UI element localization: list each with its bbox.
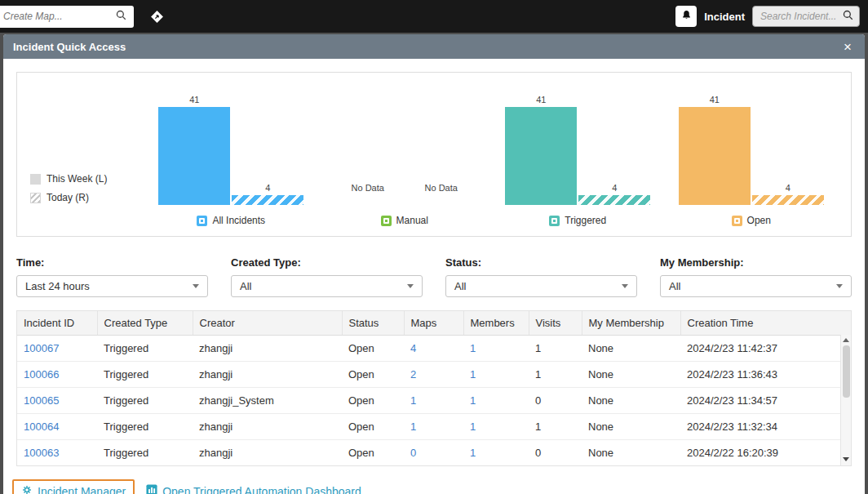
bell-icon <box>680 9 693 24</box>
cell-status: Open <box>342 362 404 388</box>
chart-group-all-incidents: 41 4 <box>144 82 318 205</box>
maps-link[interactable]: 4 <box>410 342 416 354</box>
col-created-type: Created Type <box>97 311 193 336</box>
status-select[interactable]: All <box>445 275 637 297</box>
chevron-down-icon <box>407 284 414 288</box>
incident-id-link[interactable]: 100065 <box>24 394 59 407</box>
create-map-input[interactable] <box>3 11 115 22</box>
modal-header: Incident Quick Access × <box>3 34 865 59</box>
bar-today <box>405 195 477 205</box>
cell-my-membership: None <box>582 414 680 440</box>
incident-search-input[interactable] <box>760 11 842 22</box>
category-manual: Manual <box>318 215 492 226</box>
members-link[interactable]: 1 <box>470 447 476 459</box>
created-type-select[interactable]: All <box>231 275 423 297</box>
filter-bar: Time: Last 24 hours Created Type: All St… <box>16 256 852 297</box>
chevron-down-icon <box>622 284 628 288</box>
cell-created-type: Triggered <box>97 440 193 466</box>
created-type-select-value: All <box>240 280 251 292</box>
category-label: Triggered <box>565 215 606 226</box>
chevron-down-icon <box>836 284 843 288</box>
bar-value: 4 <box>612 183 617 193</box>
incident-button-label: Incident <box>704 11 745 23</box>
cell-my-membership: None <box>582 440 680 466</box>
legend-today: Today (R) <box>30 192 144 203</box>
chart-legend: This Week (L) Today (R) <box>30 82 144 205</box>
cell-created-type: Triggered <box>97 388 193 414</box>
members-link[interactable]: 1 <box>470 394 476 407</box>
create-map-searchbox[interactable] <box>0 6 134 28</box>
category-label: Manual <box>396 215 428 226</box>
table-row: 100065 Triggered zhangji_System Open 1 1… <box>17 388 851 414</box>
incident-manager-button[interactable]: Incident Manager <box>12 479 135 494</box>
status-select-value: All <box>454 280 466 292</box>
col-members: Members <box>463 311 529 336</box>
maps-link[interactable]: 1 <box>410 421 416 433</box>
cell-creation-time: 2024/2/23 11:32:34 <box>680 414 851 440</box>
map-diamond-icon[interactable] <box>148 8 166 25</box>
cell-my-membership: None <box>582 388 680 414</box>
incident-button[interactable] <box>675 6 697 27</box>
bar-today <box>232 195 303 205</box>
col-creation-time: Creation Time <box>680 311 851 336</box>
maps-link[interactable]: 0 <box>410 447 416 459</box>
incident-id-link[interactable]: 100063 <box>24 447 59 459</box>
scrollbar-thumb[interactable] <box>843 345 850 398</box>
legend-label: Today (R) <box>46 192 89 203</box>
maps-link[interactable]: 1 <box>410 394 416 407</box>
members-link[interactable]: 1 <box>470 421 476 433</box>
modal-body: This Week (L) Today (R) 41 4 <box>3 59 865 494</box>
category-label: Open <box>747 215 771 226</box>
cell-status: Open <box>342 388 404 414</box>
category-all-incidents: All Incidents <box>144 215 318 226</box>
scroll-down-icon[interactable] <box>843 457 849 461</box>
cell-created-type: Triggered <box>97 362 193 388</box>
scroll-up-icon[interactable] <box>843 338 849 342</box>
cell-status: Open <box>342 336 404 362</box>
incident-table: Incident ID Created Type Creator Status … <box>16 310 852 466</box>
cell-visits: 0 <box>529 440 582 466</box>
chevron-down-icon <box>193 284 199 288</box>
topbar: Incident <box>0 0 868 33</box>
bar-today <box>578 195 650 205</box>
table-row: 100067 Triggered zhangji Open 4 1 1 None… <box>17 336 851 362</box>
members-link[interactable]: 1 <box>470 368 476 381</box>
membership-select[interactable]: All <box>660 275 852 297</box>
time-select[interactable]: Last 24 hours <box>16 275 208 297</box>
table-scrollbar[interactable] <box>840 335 851 465</box>
cell-created-type: Triggered <box>97 336 193 362</box>
cell-status: Open <box>342 414 404 440</box>
open-dashboard-label: Open Triggered Automation Dashboard <box>162 485 361 494</box>
cell-my-membership: None <box>582 362 680 388</box>
cell-creation-time: 2024/2/23 11:34:57 <box>680 388 851 414</box>
incident-manager-label: Incident Manager <box>38 485 126 494</box>
col-my-membership: My Membership <box>582 311 680 336</box>
category-label: All Incidents <box>212 215 265 226</box>
close-icon[interactable]: × <box>840 38 855 56</box>
incident-searchbox[interactable] <box>752 6 860 27</box>
open-dashboard-link[interactable]: Open Triggered Automation Dashboard <box>146 484 361 494</box>
category-open: Open <box>665 215 839 226</box>
members-link[interactable]: 1 <box>470 342 476 354</box>
cell-creator: zhangji <box>193 362 342 388</box>
chart-group-open: 41 4 <box>665 82 839 205</box>
table-row: 100063 Triggered zhangji Open 0 1 0 None… <box>17 440 851 466</box>
cell-visits: 1 <box>529 336 582 362</box>
incident-id-link[interactable]: 100064 <box>24 421 59 433</box>
table-row: 100066 Triggered zhangji Open 2 1 1 None… <box>17 362 851 388</box>
incident-id-link[interactable]: 100067 <box>24 342 59 354</box>
legend-label: This Week (L) <box>46 173 107 185</box>
bar-today <box>752 195 824 205</box>
cell-creation-time: 2024/2/23 11:36:43 <box>680 362 851 388</box>
maps-link[interactable]: 2 <box>410 368 416 381</box>
incident-id-link[interactable]: 100066 <box>24 368 59 381</box>
col-creator: Creator <box>193 311 342 336</box>
cell-creation-time: 2024/2/23 11:42:37 <box>680 336 851 362</box>
cell-visits: 1 <box>529 414 582 440</box>
bar-this-week <box>332 195 404 205</box>
table-header-row: Incident ID Created Type Creator Status … <box>17 311 851 336</box>
cell-creator: zhangji <box>193 414 342 440</box>
modal-title: Incident Quick Access <box>13 41 126 53</box>
created-type-filter-label: Created Type: <box>231 256 423 269</box>
incident-quick-access-modal: Incident Quick Access × This Week (L) To… <box>3 34 865 494</box>
